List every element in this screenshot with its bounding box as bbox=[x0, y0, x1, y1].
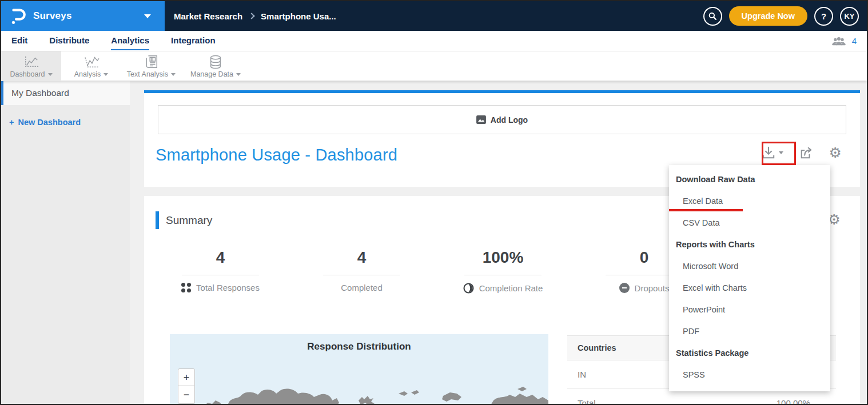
add-logo-dropzone[interactable]: Add Logo bbox=[158, 105, 846, 134]
excel-data-highlight bbox=[669, 209, 743, 211]
menu-item-pdf[interactable]: PDF bbox=[669, 320, 830, 342]
analysis-chart-icon bbox=[83, 54, 100, 69]
stat-label: Dropouts bbox=[635, 283, 670, 293]
new-dashboard-label: New Dashboard bbox=[18, 118, 81, 127]
table-row-total: Total 100.00% bbox=[567, 389, 836, 405]
product-name: Surveys bbox=[33, 10, 72, 22]
menu-header-reports: Reports with Charts bbox=[669, 234, 830, 255]
stat-completion-rate: 100% Completion Rate bbox=[432, 248, 574, 294]
summary-stats: 4 Total Responses 4 Completed 100% bbox=[150, 248, 715, 294]
product-switcher[interactable]: Surveys bbox=[1, 1, 165, 31]
avatar[interactable]: KY bbox=[840, 7, 859, 26]
chevron-right-icon bbox=[248, 13, 254, 19]
tab-analytics[interactable]: Analytics bbox=[111, 32, 149, 50]
analytics-toolbar: Dashboard Analysis Text Analysis bbox=[1, 51, 867, 81]
map-title: Response Distribution bbox=[170, 341, 548, 352]
upgrade-now-button[interactable]: Upgrade Now bbox=[729, 6, 807, 26]
survey-tabs: Edit Distribute Analytics Integration bbox=[11, 32, 216, 50]
new-dashboard-button[interactable]: + New Dashboard bbox=[9, 118, 130, 127]
stat-label: Total Responses bbox=[196, 283, 260, 292]
tab-edit[interactable]: Edit bbox=[11, 32, 27, 50]
download-button[interactable] bbox=[762, 146, 783, 159]
breadcrumb-folder[interactable]: Market Research bbox=[174, 11, 242, 21]
download-menu: Download Raw Data Excel Data CSV Data Re… bbox=[669, 165, 830, 391]
chevron-down-icon bbox=[171, 73, 176, 76]
stat-value: 100% bbox=[432, 248, 574, 267]
collaborators-count: 4 bbox=[852, 36, 857, 46]
top-bar: Surveys Market Research Smartphone Usa..… bbox=[1, 1, 867, 31]
chevron-down-icon bbox=[144, 14, 151, 18]
image-icon bbox=[476, 115, 486, 124]
share-button[interactable] bbox=[799, 146, 813, 159]
minus-circle-icon bbox=[619, 283, 630, 293]
toolbar-dashboard-label: Dashboard bbox=[10, 70, 45, 78]
world-map-land bbox=[170, 366, 548, 405]
map-zoom-controls: + − bbox=[178, 368, 195, 404]
menu-item-excel-with-charts[interactable]: Excel with Charts bbox=[669, 277, 830, 299]
toolbar-manage-data-label: Manage Data bbox=[190, 70, 233, 78]
app-window: Surveys Market Research Smartphone Usa..… bbox=[0, 0, 868, 405]
plus-icon: + bbox=[9, 118, 14, 127]
heading-accent-bar bbox=[156, 211, 159, 229]
menu-item-microsoft-word[interactable]: Microsoft Word bbox=[669, 255, 830, 277]
menu-header-statistics: Statistics Package bbox=[669, 342, 830, 364]
questionpro-logo-icon bbox=[9, 6, 26, 26]
chevron-down-icon bbox=[236, 73, 241, 76]
country-code: IN bbox=[578, 370, 586, 379]
dashboard-actions: ⚙ bbox=[762, 146, 842, 160]
tab-distribute[interactable]: Distribute bbox=[49, 32, 89, 50]
stat-total-responses: 4 Total Responses bbox=[150, 248, 291, 294]
breadcrumb-survey[interactable]: Smartphone Usa... bbox=[261, 11, 336, 21]
summary-heading: Summary bbox=[156, 211, 212, 229]
add-logo-label: Add Logo bbox=[491, 115, 528, 125]
map-zoom-out-button[interactable]: − bbox=[178, 386, 195, 404]
text-analysis-icon bbox=[144, 54, 159, 69]
database-icon bbox=[208, 54, 223, 69]
dashboard-sidebar: My Dashboard + New Dashboard bbox=[1, 81, 130, 404]
survey-nav-row: Edit Distribute Analytics Integration 4 bbox=[1, 31, 867, 51]
menu-header-raw-data: Download Raw Data bbox=[669, 169, 830, 190]
map-zoom-in-button[interactable]: + bbox=[178, 368, 195, 386]
total-value: 100.00% bbox=[777, 398, 810, 405]
stat-completed: 4 Completed bbox=[291, 248, 432, 294]
toolbar-manage-data[interactable]: Manage Data bbox=[181, 51, 250, 81]
sidebar-item-my-dashboard[interactable]: My Dashboard bbox=[1, 81, 130, 105]
chevron-down-icon bbox=[48, 73, 53, 76]
topbar-actions: Upgrade Now ? KY bbox=[703, 6, 867, 26]
help-button[interactable]: ? bbox=[814, 7, 833, 26]
response-distribution-map: Response Distribution + − bbox=[170, 334, 548, 405]
search-button[interactable] bbox=[703, 7, 722, 26]
dots-grid-icon bbox=[181, 283, 191, 292]
tab-integration[interactable]: Integration bbox=[171, 32, 216, 50]
toolbar-analysis[interactable]: Analysis bbox=[61, 51, 121, 81]
divider bbox=[323, 275, 400, 275]
toolbar-text-analysis[interactable]: Text Analysis bbox=[121, 51, 181, 81]
menu-item-spss[interactable]: SPSS bbox=[669, 364, 830, 386]
menu-item-csv-data[interactable]: CSV Data bbox=[669, 212, 830, 234]
stat-value: 4 bbox=[291, 248, 432, 267]
toolbar-analysis-label: Analysis bbox=[74, 70, 101, 78]
divider bbox=[464, 275, 541, 275]
menu-item-powerpoint[interactable]: PowerPoint bbox=[669, 299, 830, 320]
settings-gear-icon[interactable]: ⚙ bbox=[829, 146, 842, 160]
summary-title: Summary bbox=[166, 214, 212, 227]
chevron-down-icon bbox=[779, 151, 783, 154]
divider bbox=[182, 275, 259, 275]
stat-label: Completed bbox=[341, 283, 383, 292]
collaborators[interactable]: 4 bbox=[831, 36, 857, 46]
breadcrumb: Market Research Smartphone Usa... bbox=[174, 11, 336, 21]
stat-value: 4 bbox=[150, 248, 291, 267]
dashboard-chart-icon bbox=[23, 54, 40, 69]
toolbar-dashboard[interactable]: Dashboard bbox=[1, 51, 61, 81]
download-icon bbox=[762, 146, 775, 159]
total-label: Total bbox=[578, 398, 596, 405]
search-icon bbox=[707, 11, 718, 21]
half-circle-icon bbox=[463, 283, 474, 294]
stat-label: Completion Rate bbox=[479, 283, 543, 293]
share-icon bbox=[799, 146, 813, 159]
dashboard-title: Smartphone Usage - Dashboard bbox=[156, 146, 397, 165]
toolbar-text-analysis-label: Text Analysis bbox=[127, 70, 168, 78]
chevron-down-icon bbox=[103, 73, 108, 76]
people-group-icon bbox=[831, 36, 846, 46]
